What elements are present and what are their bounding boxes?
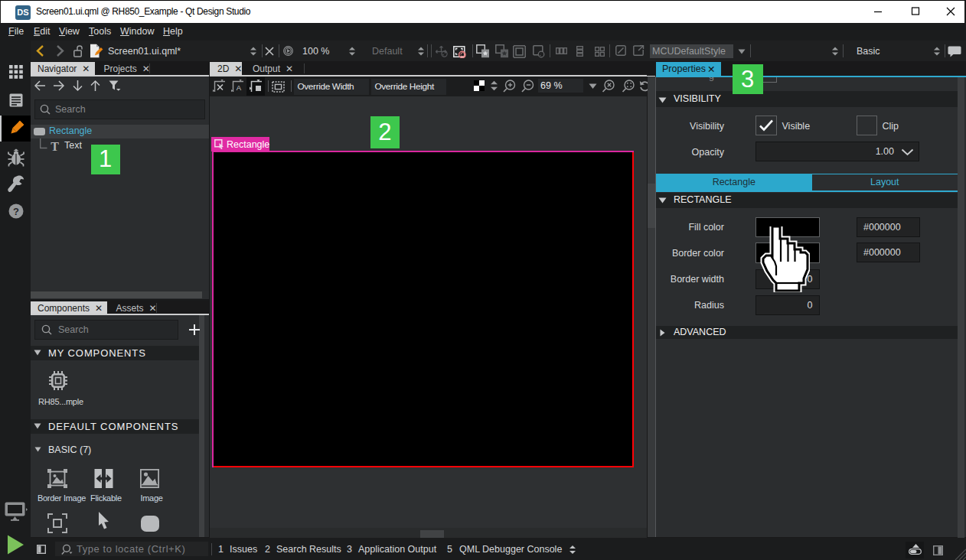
svg-text:A: A: [236, 83, 241, 92]
svg-text:?: ?: [13, 206, 19, 217]
